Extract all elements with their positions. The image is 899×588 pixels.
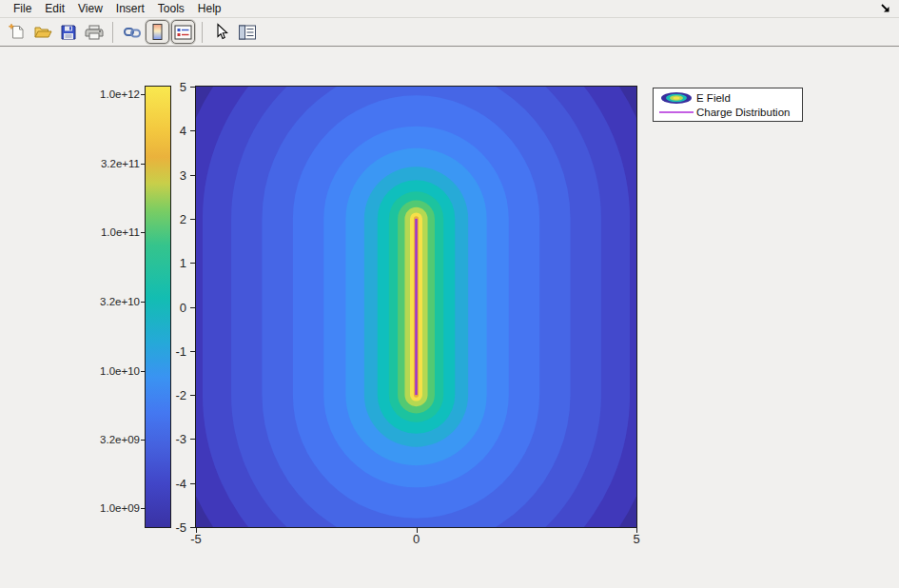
y-axis-tick — [190, 395, 195, 396]
y-axis-tick — [190, 483, 195, 484]
save-icon — [60, 24, 77, 41]
print-figure-button[interactable] — [82, 20, 106, 44]
save-figure-button[interactable] — [56, 20, 80, 44]
colorbar-tick — [141, 94, 145, 95]
y-axis-tick-label: 5 — [147, 80, 186, 94]
legend-entry: E Field — [656, 90, 799, 105]
x-axis-tick-label: 0 — [398, 532, 436, 546]
legend-label: Charge Distribution — [696, 107, 790, 118]
printer-icon — [85, 24, 104, 41]
toolbar-separator — [202, 22, 203, 43]
open-file-button[interactable] — [30, 20, 54, 44]
dock-figure-arrow-icon[interactable] — [879, 2, 892, 15]
colorbar-tick — [141, 302, 145, 303]
y-axis-tick — [190, 307, 195, 308]
y-axis-tick — [190, 351, 195, 352]
y-axis-tick — [190, 130, 195, 131]
colorbar-tick — [141, 371, 145, 372]
new-figure-button[interactable] — [5, 20, 29, 44]
legend-label: E Field — [696, 92, 731, 104]
new-document-icon — [8, 23, 26, 41]
y-axis-tick-label: 1 — [147, 256, 186, 270]
colorbar-tick — [141, 164, 145, 165]
arrow-cursor-icon — [213, 23, 229, 41]
y-axis-tick — [190, 219, 195, 220]
y-axis-tick — [190, 527, 195, 528]
menu-file[interactable]: File — [7, 1, 38, 17]
colorbar-tick-label: 1.0e+10 — [79, 365, 140, 377]
y-axis-tick — [190, 263, 195, 264]
link-plot-button[interactable] — [120, 20, 144, 44]
y-axis-tick-label: 2 — [147, 211, 186, 225]
y-axis-tick — [190, 175, 195, 176]
y-axis-tick-label: 3 — [147, 167, 186, 182]
colorbar-tick-label: 1.0e+09 — [79, 502, 140, 514]
insert-legend-button[interactable] — [171, 20, 195, 44]
colorbar-tick-label: 3.2e+11 — [79, 158, 140, 169]
colorbar-tick — [141, 232, 145, 233]
contour-plot — [196, 87, 636, 527]
legend[interactable]: E FieldCharge Distribution — [653, 88, 803, 122]
y-axis-tick-label: -3 — [147, 432, 186, 446]
plot-browser-button[interactable] — [235, 20, 259, 44]
colorbar-tick-label: 3.2e+10 — [79, 296, 140, 307]
figure-toolbar — [0, 18, 899, 47]
menu-edit[interactable]: Edit — [38, 1, 71, 17]
colorbar-tick-label: 3.2e+09 — [79, 434, 140, 445]
contour-ellipses-icon — [656, 91, 696, 105]
x-axis-tick-label: -5 — [177, 532, 215, 546]
menu-help[interactable]: Help — [191, 1, 228, 17]
colorbar-tick — [141, 508, 145, 509]
y-axis-tick-label: -2 — [147, 388, 186, 402]
plot-area[interactable]: 543210-1-2-3-4-5-505 — [195, 86, 637, 528]
link-icon — [123, 24, 142, 41]
y-axis-tick — [190, 87, 195, 88]
legend-icon — [174, 24, 192, 41]
colorbar-tick-label: 1.0e+11 — [79, 226, 140, 238]
colorbar-tick-label: 1.0e+12 — [79, 88, 140, 100]
y-axis-tick — [190, 439, 195, 440]
toolbar-separator — [112, 22, 113, 43]
y-axis-tick-label: -1 — [147, 343, 186, 358]
menu-insert[interactable]: Insert — [109, 1, 151, 17]
open-folder-icon — [33, 23, 52, 41]
y-axis-tick-label: 4 — [147, 124, 186, 138]
y-axis-tick-label: 0 — [147, 300, 186, 314]
y-axis-tick-label: -4 — [147, 476, 186, 490]
matlab-figure-window: { "window": { "background": "#f0efed", "… — [0, 0, 899, 588]
x-axis-tick-label: 5 — [617, 532, 655, 546]
colorbar-tick — [141, 440, 145, 441]
menu-view[interactable]: View — [71, 1, 109, 17]
menu-tools[interactable]: Tools — [151, 1, 191, 17]
edit-plot-button[interactable] — [209, 20, 233, 44]
insert-colorbar-button[interactable] — [146, 20, 169, 44]
colorbar-icon — [149, 23, 166, 41]
property-panel-icon — [238, 24, 257, 41]
legend-line-sample — [659, 111, 694, 113]
figure-canvas: 1.0e+123.2e+111.0e+113.2e+101.0e+103.2e+… — [0, 48, 899, 588]
menu-bar: FileEditViewInsertToolsHelp — [0, 0, 899, 18]
magenta-line-icon — [656, 111, 696, 113]
legend-entry: Charge Distribution — [656, 105, 799, 119]
